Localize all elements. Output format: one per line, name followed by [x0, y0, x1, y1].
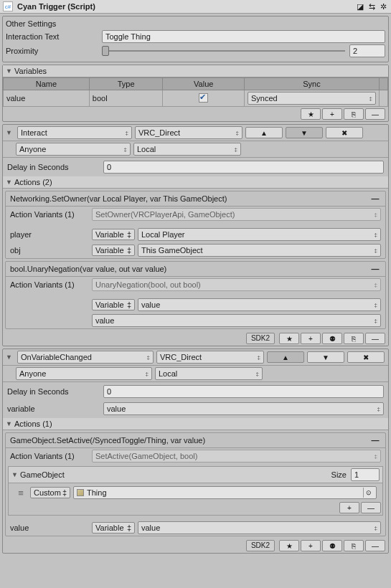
broadcast-dropdown[interactable]: VRC_Direct‡ [135, 126, 242, 139]
var-name-cell[interactable]: value [4, 90, 90, 107]
sdk2-badge: SDK2 [246, 333, 275, 344]
act-remove-button[interactable]: — [365, 540, 385, 551]
preset-icon[interactable]: ⇆ [367, 1, 377, 11]
other-settings-panel: Other Settings Interaction Text Proximit… [2, 16, 389, 62]
move-up-button[interactable]: ▲ [267, 351, 304, 363]
param2-value[interactable]: value‡ [92, 314, 381, 327]
variable-dropdown[interactable]: value‡ [103, 402, 384, 415]
remove-event-button[interactable]: ✖ [347, 351, 385, 363]
act-node-button[interactable]: ⚉ [322, 333, 342, 344]
act-node-button[interactable]: ⚉ [322, 540, 342, 551]
move-down-button[interactable]: ▼ [307, 351, 344, 363]
gear-icon[interactable]: ✲ [378, 1, 388, 11]
foldout-icon[interactable]: ▼ [6, 129, 13, 136]
delay-field[interactable] [103, 161, 384, 174]
value-type-dropdown[interactable]: Variable‡ [92, 522, 135, 534]
proximity-slider[interactable] [102, 50, 345, 52]
actions-header[interactable]: ▼ Actions (1) [3, 418, 388, 430]
component-header: c# Cyan Trigger (Script) ◪ ⇆ ✲ [0, 0, 391, 14]
interaction-text-label: Interaction Text [6, 32, 99, 41]
event-section: ▼ Interact‡ VRC_Direct‡ ▲ ▼ ✖ Anyone‡ Lo… [2, 124, 389, 346]
act-copy-button[interactable]: ⎘ [344, 333, 364, 344]
action-block: bool.UnaryNegation(var value, out var va… [5, 261, 386, 329]
value-param-label: value [10, 523, 89, 532]
interaction-text-field[interactable] [102, 30, 385, 43]
object-name: Thing [87, 488, 107, 497]
act-copy-button[interactable]: ⎘ [344, 540, 364, 551]
action-title: Networking.SetOwner(var Local Player, va… [10, 194, 369, 203]
variables-title: Variables [14, 67, 47, 75]
remove-event-button[interactable]: ✖ [326, 127, 363, 138]
move-down-button[interactable]: ▼ [286, 127, 323, 138]
foldout-icon[interactable]: ▼ [6, 179, 13, 186]
var-value-checkbox[interactable] [199, 93, 208, 103]
foldout-icon[interactable]: ▼ [6, 420, 13, 427]
param1-value[interactable]: value‡ [138, 298, 381, 311]
delay-label: Delay in Seconds [7, 387, 100, 396]
variants-label: Action Variants (1) [10, 210, 89, 219]
param-obj-value[interactable]: This GameObject‡ [138, 244, 381, 257]
var-remove-button[interactable]: — [365, 108, 385, 120]
param-player-type[interactable]: Variable‡ [92, 229, 135, 240]
collapse-action-button[interactable]: — [369, 264, 381, 274]
collapse-action-button[interactable]: — [369, 435, 381, 445]
variables-section: ▼ Variables Name Type Value Sync value b… [2, 65, 389, 122]
var-copy-button[interactable]: ⎘ [344, 108, 364, 120]
var-favorite-button[interactable]: ★ [301, 108, 321, 120]
value-dropdown[interactable]: value‡ [138, 521, 381, 534]
foldout-icon[interactable]: ▼ [6, 354, 13, 361]
col-value[interactable]: Value [163, 78, 245, 90]
who-dropdown[interactable]: Anyone‡ [16, 143, 131, 156]
act-remove-button[interactable]: — [365, 333, 385, 344]
act-add-button[interactable]: + [301, 540, 321, 551]
other-settings-title: Other Settings [6, 19, 385, 28]
scope-dropdown[interactable]: Local‡ [133, 143, 241, 156]
foldout-icon[interactable]: ▼ [11, 471, 19, 478]
table-row[interactable]: value bool Synced‡ [4, 90, 388, 107]
proximity-field[interactable] [349, 44, 385, 57]
broadcast-dropdown[interactable]: VRC_Direct‡ [156, 351, 264, 364]
action-title: GameObject.SetActive(/SyncedToggle/Thing… [10, 436, 369, 445]
size-field[interactable] [351, 468, 380, 481]
variant-dropdown[interactable]: SetActive(GameObject, bool)‡ [92, 450, 381, 463]
variable-label: variable [7, 404, 100, 413]
col-sync[interactable]: Sync [245, 78, 380, 90]
collapse-action-button[interactable]: — [369, 194, 381, 204]
act-add-button[interactable]: + [301, 333, 321, 344]
variants-label: Action Variants (1) [10, 452, 89, 460]
param-obj-type[interactable]: Variable‡ [92, 245, 135, 256]
var-add-button[interactable]: + [322, 108, 342, 120]
object-field[interactable]: Thing ⊙ [73, 486, 377, 499]
param1-type[interactable]: Variable‡ [92, 299, 135, 310]
act-favorite-button[interactable]: ★ [279, 333, 299, 344]
scope-dropdown[interactable]: Local‡ [155, 367, 263, 380]
help-icon[interactable]: ◪ [355, 1, 365, 11]
gameobject-title: GameObject [20, 470, 65, 479]
event-name-dropdown[interactable]: OnVariableChanged‡ [17, 351, 154, 364]
variables-header[interactable]: ▼ Variables [3, 65, 388, 77]
col-type[interactable]: Type [89, 78, 163, 90]
variant-dropdown[interactable]: SetOwner(VRCPlayerApi, GameObject)‡ [92, 208, 381, 221]
actions-title: Actions (1) [14, 419, 52, 428]
who-dropdown[interactable]: Anyone‡ [16, 367, 152, 380]
act-favorite-button[interactable]: ★ [279, 540, 299, 551]
var-sync-dropdown[interactable]: Synced‡ [248, 92, 376, 105]
variant-dropdown[interactable]: UnaryNegation(bool, out bool)‡ [92, 278, 381, 291]
gameobject-list: ≡ Custom‡ Thing ⊙ + — [8, 483, 383, 516]
list-add-button[interactable]: + [339, 502, 359, 513]
component-title: Cyan Trigger (Script) [17, 2, 354, 11]
delay-field[interactable] [103, 385, 384, 398]
size-label: Size [331, 470, 347, 479]
obj-source-dropdown[interactable]: Custom‡ [30, 487, 70, 498]
event-name-dropdown[interactable]: Interact‡ [17, 126, 132, 139]
foldout-icon[interactable]: ▼ [6, 67, 13, 75]
list-remove-button[interactable]: — [361, 502, 381, 513]
col-name[interactable]: Name [4, 78, 90, 90]
param-player-value[interactable]: Local Player‡ [138, 228, 381, 241]
move-up-button[interactable]: ▲ [245, 127, 283, 138]
variables-table: Name Type Value Sync value bool Synced‡ [3, 77, 388, 107]
drag-handle-icon[interactable]: ≡ [14, 488, 27, 498]
gameobject-header[interactable]: ▼ GameObject Size [8, 466, 383, 483]
actions-header[interactable]: ▼ Actions (2) [3, 176, 388, 189]
object-picker-icon[interactable]: ⊙ [363, 488, 373, 498]
